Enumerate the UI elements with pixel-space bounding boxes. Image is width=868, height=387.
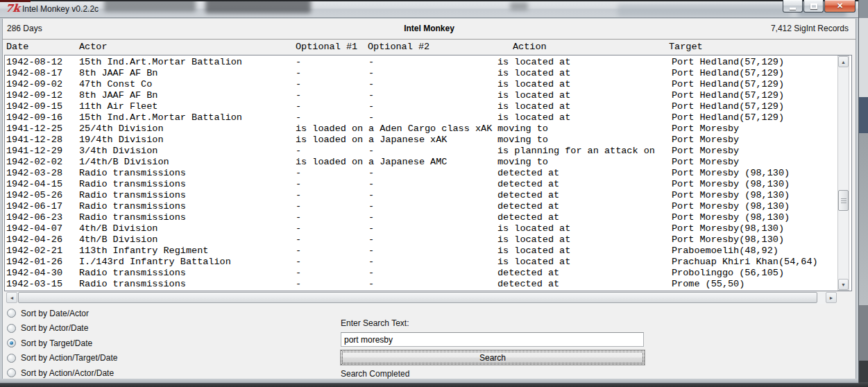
table-cell: - xyxy=(296,201,301,212)
search-input[interactable] xyxy=(341,332,644,347)
scroll-right-button[interactable]: ► xyxy=(826,292,837,303)
sort-option-target-date[interactable]: Sort by Target/Date xyxy=(7,336,117,351)
vertical-scrollbar[interactable]: ▲ ▼ xyxy=(837,55,849,291)
table-row[interactable]: 1942-09-1615th Ind.Art.Mortar Battalion-… xyxy=(5,112,851,123)
table-row[interactable]: 1942-02-21113th Infantry Regiment--is lo… xyxy=(5,246,851,257)
page-title: Intel Monkey xyxy=(3,24,856,33)
sort-option-action-target-date[interactable]: Sort by Action/Target/Date xyxy=(7,351,117,366)
radio-button[interactable] xyxy=(7,338,16,347)
table-cell: 1942-09-15 xyxy=(6,101,62,112)
table-cell: - xyxy=(368,179,374,190)
table-cell: 15th Ind.Art.Mortar Battalion xyxy=(79,112,242,123)
table-cell: - xyxy=(296,223,301,234)
intel-monkey-window: 7k Intel Monkey v0.2.2c ✕ 286 Days Intel… xyxy=(0,0,858,383)
table-row[interactable]: 1942-04-15Radio transmissions--detected … xyxy=(5,179,851,190)
thumb-grip-icon xyxy=(841,198,846,199)
column-header: Target xyxy=(669,42,703,52)
table-row[interactable]: 1942-09-1511th Air Fleet--is located atP… xyxy=(5,101,851,112)
table-row[interactable]: 1942-06-23Radio transmissions--detected … xyxy=(5,212,851,223)
table-row[interactable]: 1942-09-0247th Const Co--is located atPo… xyxy=(5,79,851,90)
table-cell: - xyxy=(296,68,301,79)
table-cell: Prachuap Khiri Khan(54,64) xyxy=(672,257,818,268)
close-icon: ✕ xyxy=(837,2,843,10)
table-cell: 15th Ind.Art.Mortar Battalion xyxy=(79,57,242,68)
sort-option-label: Sort by Actor/Date xyxy=(21,323,88,333)
table-row[interactable]: 1942-08-178th JAAF AF Bn--is located atP… xyxy=(5,68,851,79)
table-cell: - xyxy=(368,223,374,234)
table-cell: 25/4th Division xyxy=(79,123,164,135)
column-header: Date xyxy=(6,42,28,52)
table-cell: - xyxy=(368,201,374,212)
radio-button[interactable] xyxy=(7,309,16,318)
table-row[interactable]: 1941-12-2525/4th Divisionis loaded ona A… xyxy=(5,123,851,135)
table-cell: Port Moresby xyxy=(672,123,739,135)
table-row[interactable]: 1942-04-264th/B Division--is located atP… xyxy=(5,234,851,246)
table-row[interactable]: 1942-04-074th/B Division--is located atP… xyxy=(5,223,851,234)
table-cell: - xyxy=(368,90,374,101)
radio-button[interactable] xyxy=(7,354,16,363)
table-row[interactable]: 1941-12-2819/4th Divisionis loaded ona J… xyxy=(5,135,851,146)
vertical-scrollbar-thumb[interactable] xyxy=(838,190,849,211)
scroll-down-button[interactable]: ▼ xyxy=(838,279,849,290)
table-row[interactable]: 1941-12-293/4th Division--is planning fo… xyxy=(5,146,851,157)
table-row[interactable]: 1942-01-26I./143rd Infantry Battalion--i… xyxy=(5,257,851,268)
window-controls: ✕ xyxy=(783,0,856,12)
table-cell: Port Moresby(98,130) xyxy=(672,223,784,234)
search-button[interactable]: Search xyxy=(341,350,645,365)
scroll-right-icon: ► xyxy=(829,295,834,300)
table-cell: 1942-08-17 xyxy=(6,68,62,79)
client-area: 286 Days Intel Monkey 7,412 SigInt Recor… xyxy=(2,19,856,379)
table-cell: 1942-01-26 xyxy=(6,257,62,268)
screen-top-edge xyxy=(0,0,858,1)
table-cell: Port Hedland(57,129) xyxy=(672,68,784,79)
table-cell: 4th/B Division xyxy=(79,234,158,246)
table-cell: is located at xyxy=(497,90,570,101)
table-row[interactable]: 1942-04-30Radio transmissions--detected … xyxy=(5,268,851,279)
table-row[interactable]: 1942-09-128th JAAF AF Bn--is located atP… xyxy=(5,90,851,101)
table-cell: 1942-09-16 xyxy=(6,112,62,123)
table-cell: Radio transmissions xyxy=(79,201,186,212)
table-cell: Radio transmissions xyxy=(79,190,186,201)
radio-button[interactable] xyxy=(7,368,16,377)
table-cell: a Aden Cargo class xAK xyxy=(368,123,492,135)
table-cell: Port Moresby xyxy=(672,157,739,168)
table-row[interactable]: 1942-03-15Radio transmissions--detected … xyxy=(5,279,851,290)
table-row[interactable]: 1942-02-021/4th/B Divisionis loaded ona … xyxy=(5,157,851,168)
table-cell: - xyxy=(368,68,374,79)
table-cell: - xyxy=(296,90,301,101)
maximize-button[interactable] xyxy=(803,0,824,12)
table-cell: 1942-05-26 xyxy=(6,190,62,201)
table-cell: is located at xyxy=(497,68,570,79)
minimize-button[interactable] xyxy=(783,0,803,12)
scroll-down-icon: ▼ xyxy=(841,282,846,287)
scroll-left-button[interactable]: ◄ xyxy=(6,292,17,303)
scroll-up-button[interactable]: ▲ xyxy=(838,56,849,67)
table-cell: 4th/B Division xyxy=(79,223,158,234)
table-row[interactable]: 1942-03-28Radio transmissions--detected … xyxy=(5,168,851,179)
table-cell: a Japanese AMC xyxy=(368,157,447,168)
maximize-icon xyxy=(810,3,817,9)
horizontal-scrollbar-thumb[interactable] xyxy=(18,292,817,303)
table-row[interactable]: 1942-06-17Radio transmissions--detected … xyxy=(5,201,851,212)
table-cell: Port Hedland(57,129) xyxy=(672,101,784,112)
table-cell: Port Moresby (98,130) xyxy=(672,201,790,212)
table-row[interactable]: 1942-05-26Radio transmissions--detected … xyxy=(5,190,851,201)
table-cell: 1942-04-07 xyxy=(6,223,62,234)
table-cell: - xyxy=(296,246,301,257)
titlebar[interactable]: 7k Intel Monkey v0.2.2c ✕ xyxy=(0,0,858,18)
table-cell: - xyxy=(368,146,374,157)
table-cell: 19/4th Division xyxy=(79,135,164,146)
table-row[interactable]: 1942-08-1215th Ind.Art.Mortar Battalion-… xyxy=(5,57,851,68)
table-cell: detected at xyxy=(497,168,559,179)
close-button[interactable]: ✕ xyxy=(824,0,856,12)
background-window-blur xyxy=(618,4,791,17)
table-column-headers: DateActorOptional #1Optional #2ActionTar… xyxy=(3,42,856,53)
radio-button[interactable] xyxy=(7,324,16,333)
table-rows: 1942-08-1215th Ind.Art.Mortar Battalion-… xyxy=(5,57,851,290)
horizontal-scrollbar[interactable]: ◄ ► xyxy=(6,292,837,304)
sort-option-actor-date[interactable]: Sort by Actor/Date xyxy=(7,321,117,336)
sort-option-date-actor[interactable]: Sort by Date/Actor xyxy=(7,306,117,321)
table-cell: - xyxy=(296,168,301,179)
table-cell: - xyxy=(368,234,374,246)
table-cell: - xyxy=(368,168,374,179)
